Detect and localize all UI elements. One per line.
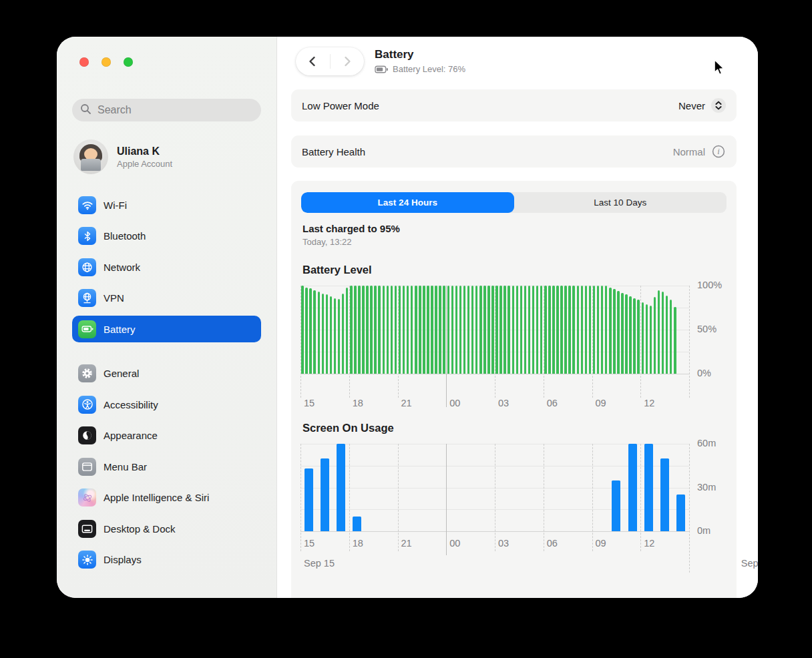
globe-icon <box>78 258 96 276</box>
battery-health-row: Battery Health Normal i <box>291 135 737 168</box>
last-charged-subtitle: Today, 13:22 <box>302 237 725 247</box>
battery-status-text: Battery Level: 76% <box>393 64 465 74</box>
zoom-button[interactable] <box>124 57 133 67</box>
sidebar-item-appearance[interactable]: Appearance <box>72 422 261 449</box>
battery-level-chart: 1518210003060912100%50%0% <box>300 286 727 411</box>
sidebar-item-label: Wi-Fi <box>104 200 127 211</box>
sidebar-item-displays[interactable]: Displays <box>72 547 261 573</box>
sidebar-item-label: Accessibility <box>104 399 158 410</box>
desktop-dock-icon <box>78 520 96 538</box>
last-charged-block: Last charged to 95% Today, 13:22 <box>302 223 725 247</box>
accessibility-icon <box>78 396 96 414</box>
minimize-button[interactable] <box>102 57 111 67</box>
sidebar-group-gap <box>72 347 261 360</box>
content-pane: Battery Battery Level: 76% Low Power Mod… <box>277 37 758 598</box>
search-input[interactable] <box>96 103 253 117</box>
sidebar-item-label: Appearance <box>104 430 158 441</box>
bluetooth-icon <box>78 227 96 245</box>
gear-icon <box>78 364 96 382</box>
profile-row[interactable]: Uliana K Apple Account <box>72 139 261 174</box>
tab-last-10-days[interactable]: Last 10 Days <box>514 192 727 213</box>
sidebar-item-network[interactable]: Network <box>72 254 261 280</box>
chevron-left-icon <box>307 55 319 67</box>
last-charged-title: Last charged to 95% <box>302 223 725 234</box>
sidebar-item-label: VPN <box>104 292 124 304</box>
battery-status-icon <box>375 65 389 73</box>
battery-level-chart-title: Battery Level <box>302 264 727 276</box>
chevron-up-down-icon <box>714 100 723 111</box>
time-range-tabs: Last 24 Hours Last 10 Days <box>301 192 727 213</box>
sidebar-item-label: Apple Intelligence & Siri <box>104 492 209 503</box>
sidebar-item-battery[interactable]: Battery <box>72 316 261 342</box>
info-icon[interactable]: i <box>711 144 726 159</box>
low-power-mode-label: Low Power Mode <box>302 100 379 111</box>
sidebar-item-vpn[interactable]: VPN <box>72 285 261 312</box>
displays-icon <box>78 551 96 569</box>
sidebar-item-wifi[interactable]: Wi-Fi <box>72 192 261 218</box>
search-icon <box>80 103 91 117</box>
appearance-icon <box>78 426 96 444</box>
apple-intelligence-icon <box>78 488 96 507</box>
sidebar: Uliana K Apple Account Wi-Fi Bluetooth <box>57 37 277 598</box>
sidebar-item-accessibility[interactable]: Accessibility <box>72 391 261 418</box>
svg-text:i: i <box>717 147 720 156</box>
avatar-memoji <box>73 139 108 174</box>
sidebar-item-bluetooth[interactable]: Bluetooth <box>72 223 261 250</box>
battery-health-value: Normal <box>673 146 705 157</box>
desktop-background: Uliana K Apple Account Wi-Fi Bluetooth <box>0 0 812 658</box>
system-settings-window: Uliana K Apple Account Wi-Fi Bluetooth <box>57 37 758 598</box>
battery-health-label: Battery Health <box>302 146 365 157</box>
nav-buttons <box>296 47 364 75</box>
sidebar-item-label: Network <box>104 262 140 273</box>
battery-usage-card: Last 24 Hours Last 10 Days Last charged … <box>291 181 737 598</box>
window-controls <box>79 57 261 67</box>
sidebar-item-label: Bluetooth <box>104 230 146 242</box>
sidebar-item-label: Battery <box>104 324 136 335</box>
sidebar-item-label: Desktop & Dock <box>104 523 176 535</box>
forward-button[interactable] <box>331 47 365 75</box>
sidebar-item-label: Menu Bar <box>104 461 147 472</box>
sidebar-item-apple-intelligence[interactable]: Apple Intelligence & Siri <box>72 484 261 511</box>
back-button[interactable] <box>296 47 330 75</box>
tab-last-24-hours[interactable]: Last 24 Hours <box>301 192 514 213</box>
search-field[interactable] <box>72 99 261 121</box>
profile-name: Uliana K <box>117 145 172 157</box>
content-header: Battery Battery Level: 76% <box>291 37 737 89</box>
sidebar-item-label: Displays <box>104 554 142 565</box>
low-power-mode-dropdown[interactable] <box>711 98 726 113</box>
low-power-mode-value: Never <box>678 100 705 111</box>
low-power-mode-row: Low Power Mode Never <box>291 89 737 121</box>
sidebar-item-desktop-dock[interactable]: Desktop & Dock <box>72 515 261 542</box>
menu-bar-icon <box>78 458 96 476</box>
chevron-right-icon <box>341 55 353 67</box>
sidebar-item-general[interactable]: General <box>72 360 261 387</box>
page-title: Battery <box>375 48 465 61</box>
wifi-icon <box>78 196 96 214</box>
mouse-cursor <box>712 59 727 76</box>
screen-on-usage-chart-title: Screen On Usage <box>302 422 727 434</box>
battery-icon <box>78 320 96 338</box>
sidebar-item-label: General <box>104 368 139 379</box>
profile-subtitle: Apple Account <box>117 159 172 169</box>
screen-on-usage-chart: 151821000306091260m30m0mSep 15Sep 16 <box>300 444 727 591</box>
sidebar-nav: Wi-Fi Bluetooth Network <box>72 192 261 573</box>
close-button[interactable] <box>79 57 89 67</box>
sidebar-item-menu-bar[interactable]: Menu Bar <box>72 453 261 480</box>
vpn-globe-icon <box>78 289 96 307</box>
